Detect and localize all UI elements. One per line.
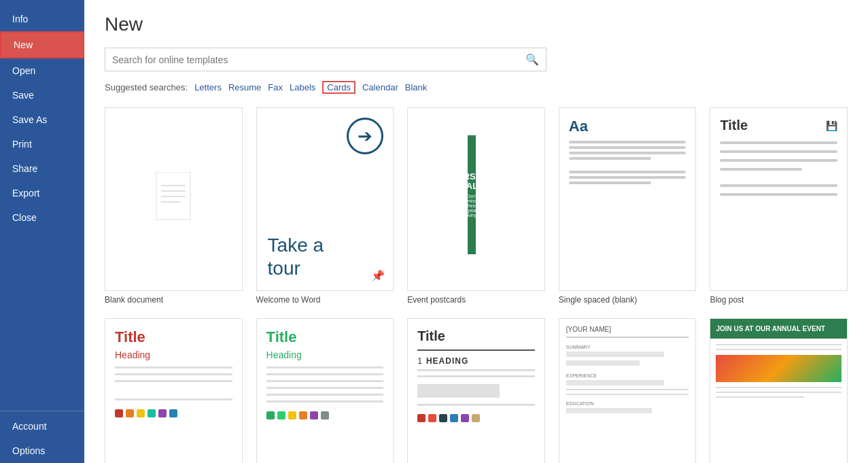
sidebar-item-info[interactable]: Info <box>0 7 84 31</box>
sidebar-item-share[interactable]: Share <box>0 156 84 181</box>
ion-dots <box>115 409 177 417</box>
sidebar-item-save-as[interactable]: Save As <box>0 107 84 132</box>
flyer-gray-2 <box>716 349 841 350</box>
suggested-resume[interactable]: Resume <box>228 82 261 92</box>
page-title: New <box>105 14 848 35</box>
suggested-cards[interactable]: Cards <box>322 81 355 94</box>
sidebar-item-save[interactable]: Save <box>0 83 84 107</box>
line-7 <box>569 182 651 184</box>
blog-title-row: Title 💾 <box>720 118 837 133</box>
report-gray-3 <box>417 404 535 406</box>
resume-line-1 <box>566 337 689 338</box>
suggested-letters[interactable]: Letters <box>194 82 222 92</box>
facet-dot-5 <box>321 411 329 419</box>
suggested-blank[interactable]: Blank <box>405 82 428 92</box>
template-single[interactable]: Aa Single spaced (blank) <box>559 107 697 305</box>
sidebar-item-open[interactable]: Open <box>0 58 84 83</box>
facet-dot-4 <box>310 411 318 419</box>
aa-text: Aa <box>569 118 588 135</box>
facet-dot-0 <box>266 411 275 419</box>
event-sale-box: NURSERYSALE Don't miss these great savin… <box>468 135 476 254</box>
template-thumb-event: NURSERYSALE Don't miss these great savin… <box>407 107 545 291</box>
report-gray-2 <box>417 375 535 377</box>
blog-line-4 <box>720 168 802 171</box>
resume-name: [YOUR NAME] <box>566 326 611 333</box>
ion-line-2 <box>115 373 232 375</box>
template-tour[interactable]: ➔ Take atour 📌 Welcome to Word <box>256 107 394 305</box>
ion-dot-0 <box>115 409 123 417</box>
sidebar-item-options[interactable]: Options <box>0 439 84 463</box>
sidebar-item-account[interactable]: Account <box>0 414 84 439</box>
template-label-blog: Blog post <box>710 295 848 305</box>
template-ion[interactable]: Title Heading Ion d <box>105 318 243 463</box>
ion-line-1 <box>115 366 232 368</box>
template-thumb-blog: Title 💾 <box>710 107 848 291</box>
report-gray-box <box>417 384 500 398</box>
template-facet[interactable]: Title Heading Facet design (blank) <box>256 318 394 463</box>
search-button[interactable]: 🔍 <box>519 48 546 71</box>
ion-dot-1 <box>126 409 134 417</box>
ion-dot-5 <box>169 409 177 417</box>
facet-dots <box>266 411 329 419</box>
template-thumb-tour: ➔ Take atour 📌 <box>256 107 394 291</box>
sidebar: Info New Open Save Save As Print Share E… <box>0 0 84 463</box>
template-thumb-resume: [YOUR NAME] SUMMARY EXPERIENCE EDUCATION <box>559 318 697 463</box>
tour-text: Take atour <box>268 207 324 279</box>
facet-title: Title <box>266 328 297 346</box>
nursery-sale-sub: Don't miss these great savings! <box>464 194 481 218</box>
report-dot-2 <box>439 414 447 422</box>
resume-block-4 <box>566 408 652 413</box>
template-report[interactable]: Title 1 HEADING Repo <box>407 318 545 463</box>
template-blog[interactable]: Title 💾 Blog post <box>710 107 848 305</box>
template-event[interactable]: NURSERYSALE Don't miss these great savin… <box>407 107 545 305</box>
flyer-header: JOIN US AT OUR ANNUAL EVENT <box>710 319 847 339</box>
template-resume[interactable]: [YOUR NAME] SUMMARY EXPERIENCE EDUCATION… <box>559 318 697 463</box>
resume-section-2: EXPERIENCE <box>566 373 597 378</box>
facet-dot-3 <box>299 411 307 419</box>
sidebar-item-new[interactable]: New <box>0 31 84 58</box>
flyer-body <box>710 339 847 463</box>
blog-line-1 <box>720 141 837 144</box>
nursery-sale-title: NURSERYSALE <box>451 172 493 192</box>
sidebar-item-close[interactable]: Close <box>0 205 84 230</box>
report-dot-3 <box>450 414 458 422</box>
blog-line-6 <box>720 193 837 196</box>
template-flyer[interactable]: JOIN US AT OUR ANNUAL EVENT September 7,… <box>710 318 848 463</box>
suggested-calendar[interactable]: Calendar <box>362 82 398 92</box>
flyer-gray-3 <box>716 387 841 388</box>
suggested-searches: Suggested searches: Letters Resume Fax L… <box>105 81 848 94</box>
template-thumb-blank <box>105 107 243 291</box>
main-content: New 🔍 Suggested searches: Letters Resume… <box>84 0 868 463</box>
flyer-gray-5 <box>716 396 803 398</box>
resume-block-1 <box>566 351 664 357</box>
template-thumb-report: Title 1 HEADING <box>407 318 545 463</box>
blog-line-2 <box>720 150 837 153</box>
template-blank[interactable]: Blank document <box>105 107 243 305</box>
facet-dot-1 <box>277 411 285 419</box>
line-1 <box>569 141 687 143</box>
blog-save-icon: 💾 <box>826 120 837 131</box>
sidebar-divider <box>0 411 84 411</box>
report-num: 1 <box>417 356 422 366</box>
facet-dot-2 <box>288 411 296 419</box>
template-thumb-single: Aa <box>559 107 697 291</box>
resume-gray-2 <box>566 394 689 395</box>
flyer-image-area <box>716 355 841 382</box>
search-bar: 🔍 <box>105 48 546 71</box>
suggested-label: Suggested searches: <box>105 82 188 92</box>
line-2 <box>569 146 687 149</box>
flyer-gray-4 <box>716 392 841 393</box>
blog-line-3 <box>720 159 837 162</box>
resume-section-1: SUMMARY <box>566 345 591 349</box>
template-thumb-flyer: JOIN US AT OUR ANNUAL EVENT September 7,… <box>710 318 848 463</box>
resume-section-3: EDUCATION <box>566 401 594 406</box>
sidebar-item-export[interactable]: Export <box>0 181 84 205</box>
suggested-fax[interactable]: Fax <box>268 82 283 92</box>
suggested-labels[interactable]: Labels <box>290 82 315 92</box>
template-label-single: Single spaced (blank) <box>559 295 697 305</box>
sidebar-item-print[interactable]: Print <box>0 132 84 156</box>
search-input[interactable] <box>105 50 519 70</box>
report-title: Title <box>417 328 445 344</box>
template-label-event: Event postcards <box>407 295 545 305</box>
ion-title: Title <box>115 328 145 346</box>
